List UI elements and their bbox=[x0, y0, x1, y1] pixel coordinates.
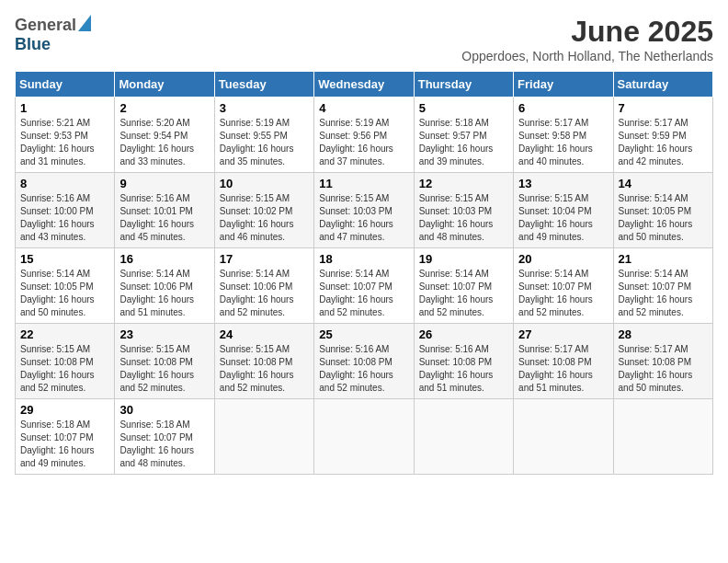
calendar-cell: 27Sunrise: 5:17 AMSunset: 10:08 PMDaylig… bbox=[514, 324, 613, 399]
calendar-cell: 16Sunrise: 5:14 AMSunset: 10:06 PMDaylig… bbox=[115, 248, 214, 324]
cell-info: Sunrise: 5:16 AMSunset: 10:08 PMDaylight… bbox=[319, 344, 393, 393]
month-title: June 2025 bbox=[461, 15, 713, 49]
day-number: 24 bbox=[220, 327, 309, 341]
day-number: 9 bbox=[119, 177, 209, 190]
weekday-header-sunday: Sunday bbox=[16, 72, 115, 98]
calendar-cell: 20Sunrise: 5:14 AMSunset: 10:07 PMDaylig… bbox=[514, 248, 613, 324]
calendar-cell: 15Sunrise: 5:14 AMSunset: 10:05 PMDaylig… bbox=[16, 248, 115, 324]
calendar-cell bbox=[314, 399, 414, 475]
calendar-cell: 18Sunrise: 5:14 AMSunset: 10:07 PMDaylig… bbox=[314, 248, 414, 324]
logo: General Blue bbox=[15, 15, 91, 54]
calendar-cell bbox=[414, 399, 513, 475]
location-text: Opperdoes, North Holland, The Netherland… bbox=[461, 49, 713, 63]
calendar-body: 1Sunrise: 5:21 AMSunset: 9:53 PMDaylight… bbox=[16, 98, 713, 475]
calendar-header-row: SundayMondayTuesdayWednesdayThursdayFrid… bbox=[16, 72, 713, 98]
cell-info: Sunrise: 5:18 AMSunset: 10:07 PMDaylight… bbox=[20, 419, 95, 468]
day-number: 22 bbox=[20, 327, 109, 341]
day-number: 7 bbox=[619, 101, 708, 115]
day-number: 14 bbox=[619, 177, 708, 190]
calendar-week-row: 15Sunrise: 5:14 AMSunset: 10:05 PMDaylig… bbox=[16, 248, 713, 324]
logo-general-text: General bbox=[15, 16, 76, 35]
cell-info: Sunrise: 5:14 AMSunset: 10:05 PMDaylight… bbox=[619, 193, 693, 242]
cell-info: Sunrise: 5:15 AMSunset: 10:03 PMDaylight… bbox=[319, 193, 393, 242]
day-number: 23 bbox=[119, 327, 209, 341]
calendar-cell: 19Sunrise: 5:14 AMSunset: 10:07 PMDaylig… bbox=[414, 248, 513, 324]
calendar-cell: 21Sunrise: 5:14 AMSunset: 10:07 PMDaylig… bbox=[613, 248, 712, 324]
day-number: 21 bbox=[619, 252, 708, 266]
title-section: June 2025 Opperdoes, North Holland, The … bbox=[461, 15, 713, 63]
calendar-cell: 23Sunrise: 5:15 AMSunset: 10:08 PMDaylig… bbox=[115, 324, 214, 399]
cell-info: Sunrise: 5:17 AMSunset: 10:08 PMDaylight… bbox=[619, 344, 693, 393]
cell-info: Sunrise: 5:14 AMSunset: 10:07 PMDaylight… bbox=[518, 269, 593, 317]
cell-info: Sunrise: 5:21 AMSunset: 9:53 PMDaylight:… bbox=[20, 118, 95, 167]
day-number: 27 bbox=[518, 327, 608, 341]
day-number: 18 bbox=[319, 252, 408, 266]
calendar-cell: 29Sunrise: 5:18 AMSunset: 10:07 PMDaylig… bbox=[16, 399, 115, 475]
calendar-cell: 14Sunrise: 5:14 AMSunset: 10:05 PMDaylig… bbox=[613, 173, 712, 248]
calendar-cell: 1Sunrise: 5:21 AMSunset: 9:53 PMDaylight… bbox=[16, 98, 115, 173]
day-number: 25 bbox=[319, 327, 408, 341]
cell-info: Sunrise: 5:15 AMSunset: 10:08 PMDaylight… bbox=[20, 344, 95, 393]
cell-info: Sunrise: 5:16 AMSunset: 10:01 PMDaylight… bbox=[119, 193, 194, 242]
day-number: 15 bbox=[20, 252, 109, 266]
calendar-cell bbox=[214, 399, 313, 475]
cell-info: Sunrise: 5:15 AMSunset: 10:02 PMDaylight… bbox=[220, 193, 294, 242]
weekday-header-saturday: Saturday bbox=[613, 72, 712, 98]
day-number: 19 bbox=[419, 252, 508, 266]
cell-info: Sunrise: 5:19 AMSunset: 9:56 PMDaylight:… bbox=[319, 118, 393, 167]
calendar-week-row: 22Sunrise: 5:15 AMSunset: 10:08 PMDaylig… bbox=[16, 324, 713, 399]
calendar-cell: 28Sunrise: 5:17 AMSunset: 10:08 PMDaylig… bbox=[613, 324, 712, 399]
day-number: 16 bbox=[119, 252, 209, 266]
svg-marker-0 bbox=[78, 15, 91, 31]
calendar-cell: 12Sunrise: 5:15 AMSunset: 10:03 PMDaylig… bbox=[414, 173, 513, 248]
logo-blue-text: Blue bbox=[15, 35, 51, 54]
cell-info: Sunrise: 5:15 AMSunset: 10:08 PMDaylight… bbox=[220, 344, 294, 393]
logo-triangle-icon bbox=[78, 15, 91, 35]
calendar-cell: 22Sunrise: 5:15 AMSunset: 10:08 PMDaylig… bbox=[16, 324, 115, 399]
day-number: 11 bbox=[319, 177, 408, 190]
calendar-cell: 11Sunrise: 5:15 AMSunset: 10:03 PMDaylig… bbox=[314, 173, 414, 248]
day-number: 12 bbox=[419, 177, 508, 190]
cell-info: Sunrise: 5:15 AMSunset: 10:08 PMDaylight… bbox=[119, 344, 194, 393]
cell-info: Sunrise: 5:20 AMSunset: 9:54 PMDaylight:… bbox=[119, 118, 194, 167]
day-number: 30 bbox=[119, 403, 209, 417]
calendar-cell: 4Sunrise: 5:19 AMSunset: 9:56 PMDaylight… bbox=[314, 98, 414, 173]
day-number: 17 bbox=[220, 252, 309, 266]
cell-info: Sunrise: 5:14 AMSunset: 10:05 PMDaylight… bbox=[20, 269, 95, 317]
day-number: 26 bbox=[419, 327, 508, 341]
cell-info: Sunrise: 5:15 AMSunset: 10:04 PMDaylight… bbox=[518, 193, 593, 242]
cell-info: Sunrise: 5:19 AMSunset: 9:55 PMDaylight:… bbox=[220, 118, 294, 167]
calendar-cell: 3Sunrise: 5:19 AMSunset: 9:55 PMDaylight… bbox=[214, 98, 313, 173]
day-number: 2 bbox=[119, 101, 209, 115]
cell-info: Sunrise: 5:16 AMSunset: 10:08 PMDaylight… bbox=[419, 344, 494, 393]
calendar-cell: 7Sunrise: 5:17 AMSunset: 9:59 PMDaylight… bbox=[613, 98, 712, 173]
calendar-week-row: 8Sunrise: 5:16 AMSunset: 10:00 PMDayligh… bbox=[16, 173, 713, 248]
calendar-cell bbox=[613, 399, 712, 475]
weekday-header-monday: Monday bbox=[115, 72, 214, 98]
day-number: 3 bbox=[220, 101, 309, 115]
day-number: 29 bbox=[20, 403, 109, 417]
calendar-cell: 2Sunrise: 5:20 AMSunset: 9:54 PMDaylight… bbox=[115, 98, 214, 173]
page-header: General Blue June 2025 Opperdoes, North … bbox=[15, 15, 713, 63]
day-number: 6 bbox=[518, 101, 608, 115]
cell-info: Sunrise: 5:14 AMSunset: 10:06 PMDaylight… bbox=[119, 269, 194, 317]
calendar-cell: 10Sunrise: 5:15 AMSunset: 10:02 PMDaylig… bbox=[214, 173, 313, 248]
cell-info: Sunrise: 5:18 AMSunset: 10:07 PMDaylight… bbox=[119, 419, 194, 468]
weekday-header-thursday: Thursday bbox=[414, 72, 513, 98]
cell-info: Sunrise: 5:17 AMSunset: 9:59 PMDaylight:… bbox=[619, 118, 693, 167]
calendar-cell: 26Sunrise: 5:16 AMSunset: 10:08 PMDaylig… bbox=[414, 324, 513, 399]
calendar-cell: 25Sunrise: 5:16 AMSunset: 10:08 PMDaylig… bbox=[314, 324, 414, 399]
day-number: 1 bbox=[20, 101, 109, 115]
calendar-cell: 9Sunrise: 5:16 AMSunset: 10:01 PMDayligh… bbox=[115, 173, 214, 248]
cell-info: Sunrise: 5:17 AMSunset: 10:08 PMDaylight… bbox=[518, 344, 593, 393]
day-number: 5 bbox=[419, 101, 508, 115]
cell-info: Sunrise: 5:17 AMSunset: 9:58 PMDaylight:… bbox=[518, 118, 593, 167]
cell-info: Sunrise: 5:14 AMSunset: 10:07 PMDaylight… bbox=[619, 269, 693, 317]
cell-info: Sunrise: 5:14 AMSunset: 10:06 PMDaylight… bbox=[220, 269, 294, 317]
cell-info: Sunrise: 5:16 AMSunset: 10:00 PMDaylight… bbox=[20, 193, 95, 242]
calendar-table: SundayMondayTuesdayWednesdayThursdayFrid… bbox=[15, 71, 713, 475]
day-number: 10 bbox=[220, 177, 309, 190]
calendar-cell: 30Sunrise: 5:18 AMSunset: 10:07 PMDaylig… bbox=[115, 399, 214, 475]
day-number: 28 bbox=[619, 327, 708, 341]
calendar-cell: 5Sunrise: 5:18 AMSunset: 9:57 PMDaylight… bbox=[414, 98, 513, 173]
